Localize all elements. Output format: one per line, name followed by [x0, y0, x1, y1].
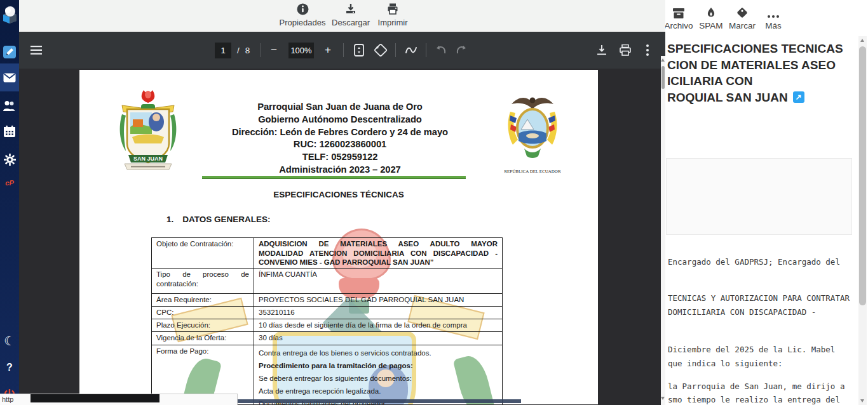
pdf-print-button[interactable] — [619, 32, 632, 69]
table-row: CPC: 353210116 — [152, 307, 503, 319]
printer-icon — [619, 44, 632, 56]
sidebar-item-mail[interactable] — [0, 63, 19, 91]
url-tooltip-obscured — [31, 394, 159, 402]
contacts-icon — [3, 100, 17, 112]
moon-icon: ☾ — [4, 333, 15, 349]
document-header: Parroquial San Juan de Juana de Oro Gobi… — [175, 101, 505, 176]
san-juan-banner-text: SAN JUAN — [133, 156, 163, 162]
datos-generales-table: Objeto de Contratación: ADQUISICION DE M… — [151, 237, 503, 404]
pdf-download-button[interactable] — [596, 32, 607, 69]
sidebar-item-settings[interactable] — [0, 150, 19, 169]
subject-line: ROQUIAL SAN JUAN — [667, 90, 788, 106]
fit-page-button[interactable] — [354, 32, 364, 69]
header-line: Dirección: León de Febres Cordero y 24 d… — [175, 126, 505, 139]
scroll-down-icon[interactable] — [661, 397, 665, 400]
email-panel-scrollbar[interactable] — [858, 36, 867, 405]
undo-button[interactable] — [435, 32, 447, 69]
header-line: Gobierno Autónomo Descentralizado — [175, 114, 505, 126]
email-body-line: que indica lo siguiente: — [668, 359, 783, 368]
page-separator: / — [237, 46, 240, 55]
rotate-button[interactable] — [374, 32, 388, 69]
attachment-toolbar: Propiedades Descargar Imprimir — [19, 0, 665, 32]
mail-icon — [3, 73, 16, 83]
email-body-line: Encargado del GADPRSJ; Encargado del — [668, 257, 840, 267]
scroll-down-icon[interactable] — [860, 399, 864, 402]
email-body-line: Diciembre del 2025 de la Lic. Mabel — [668, 345, 835, 354]
zoom-in-button[interactable]: + — [325, 32, 331, 69]
header-line: TELF: 052959122 — [175, 151, 505, 164]
scroll-up-icon[interactable] — [860, 39, 864, 42]
external-link-icon[interactable]: ↗ — [793, 91, 804, 103]
undo-icon — [435, 45, 447, 55]
email-meta-box — [666, 158, 852, 235]
header-line: Parroquial San Juan de Juana de Oro — [175, 101, 505, 114]
pdf-viewer-toolbar: 1 / 8 − 100% + — [19, 32, 665, 69]
pdf-content-area: SAN JUAN Parroquial San Juan de Juana de… — [19, 69, 665, 405]
ecuador-caption: REPÚBLICA DEL ECUADOR — [491, 169, 574, 174]
properties-button[interactable]: Propiedades — [276, 3, 329, 27]
table-row: Área Requirente: PROYECTOS SOCIALES DEL … — [152, 294, 503, 307]
email-body-line: DOMICILIARIA CON DISCAPACIDAD - — [668, 307, 816, 317]
compose-icon — [3, 45, 17, 59]
san-juan-coat-of-arms: SAN JUAN — [113, 89, 183, 173]
download-icon — [596, 44, 607, 56]
url-tooltip: http — [0, 394, 238, 405]
app-logo-icon[interactable] — [0, 4, 19, 27]
fit-page-icon — [354, 44, 364, 56]
attachment-preview-overlay: Propiedades Descargar Imprimir 1 / 8 − 1… — [19, 0, 665, 405]
ellipsis-icon — [753, 5, 794, 19]
zoom-out-button[interactable]: − — [271, 32, 277, 69]
pdf-scrollbar[interactable] — [661, 32, 665, 405]
header-divider — [202, 176, 466, 179]
annotate-button[interactable] — [405, 32, 419, 69]
kebab-menu-icon — [646, 44, 649, 56]
email-body-line: la Parroquia de San Juan, me dirijo a — [668, 382, 844, 391]
sidebar-item-contacts[interactable] — [0, 96, 19, 116]
email-body-line: TECNICAS Y AUTORIZACION PARA CONTRATAR — [668, 293, 850, 303]
draw-squiggle-icon — [405, 44, 419, 56]
more-button[interactable]: Más — [753, 5, 794, 30]
scrollbar-thumb[interactable] — [859, 46, 866, 305]
subject-line: ICILIARIA CON — [667, 73, 861, 90]
header-line: RUC: 1260023860001 — [175, 138, 505, 151]
scrollbar-thumb[interactable] — [661, 66, 665, 89]
email-reading-panel: Archivo SPAM Marcar Más SPECIFICACIONES … — [665, 0, 868, 405]
document-title: ESPECIFICACIONES TÉCNICAS — [79, 190, 598, 199]
table-row: Objeto de Contratación: ADQUISICION DE M… — [152, 238, 503, 269]
scroll-up-icon[interactable] — [661, 58, 665, 62]
pdf-more-button[interactable] — [646, 32, 649, 69]
sidebar-item-cpanel[interactable]: cP — [0, 175, 19, 190]
printer-icon — [366, 3, 419, 15]
sidebar-item-calendar[interactable] — [0, 122, 19, 141]
app-sidebar: cP ☾ ? — [0, 0, 19, 405]
dark-mode-toggle[interactable]: ☾ — [0, 331, 19, 350]
table-row: Vigencia de la Oferta: 30 días — [152, 332, 503, 345]
page-total: 8 — [245, 46, 250, 55]
gear-icon — [3, 153, 17, 166]
menu-hamburger-icon[interactable] — [31, 32, 42, 69]
subject-line: CION DE MATERIALES ASEO — [667, 57, 861, 74]
rotate-icon — [374, 43, 388, 57]
table-row: Tipo de proceso de contratación: ÍNFIMA … — [152, 269, 503, 294]
page-number-input[interactable]: 1 — [215, 43, 231, 58]
url-text: http — [2, 395, 13, 403]
header-line: Administración 2023 – 2027 — [175, 164, 505, 176]
print-button[interactable]: Imprimir — [366, 3, 419, 27]
subject-line: SPECIFICACIONES TECNICAS — [667, 41, 861, 57]
zoom-level-box[interactable]: 100% — [288, 32, 314, 69]
redo-icon — [455, 45, 468, 55]
help-button[interactable]: ? — [0, 359, 19, 376]
info-icon — [276, 3, 329, 15]
ecuador-coat-of-arms — [505, 94, 560, 166]
email-subject: SPECIFICACIONES TECNICAS CION DE MATERIA… — [667, 41, 861, 105]
redo-button[interactable] — [455, 32, 468, 69]
pdf-page: SAN JUAN Parroquial San Juan de Juana de… — [79, 70, 598, 404]
page-controls: 1 / 8 — [215, 32, 250, 69]
section-heading: 1.DATOS GENERALES: — [166, 215, 271, 224]
calendar-icon — [3, 125, 16, 138]
compose-button[interactable] — [0, 43, 19, 61]
table-row: Plazo Ejecución: 10 días desde el siguie… — [152, 319, 503, 332]
email-body-line: smo tiempo le realizo la entrega del — [668, 395, 840, 404]
